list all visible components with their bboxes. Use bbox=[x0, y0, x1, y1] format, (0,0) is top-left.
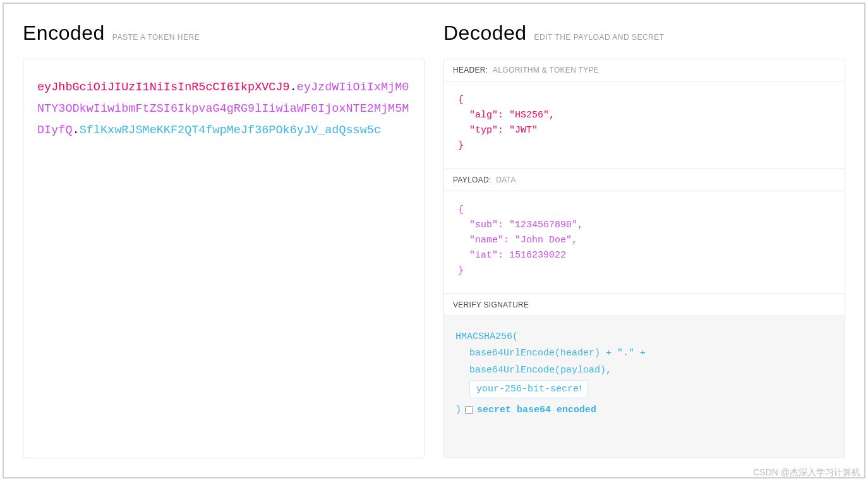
decoded-column: Decoded EDIT THE PAYLOAD AND SECRET HEAD… bbox=[443, 21, 845, 458]
signature-label: VERIFY SIGNATURE bbox=[453, 300, 529, 309]
secret-base64-label[interactable]: secret base64 encoded bbox=[477, 402, 596, 419]
token-header-segment: eyJhbGciOiJIUzI1NiIsInR5cCI6IkpXVCJ9 bbox=[37, 81, 290, 94]
sig-line-3: base64UrlEncode(payload), bbox=[455, 362, 833, 379]
jwt-debugger-frame: Encoded PASTE A TOKEN HERE eyJhbGciOiJIU… bbox=[3, 3, 865, 478]
token-dot: . bbox=[73, 124, 80, 137]
payload-panel-title: PAYLOAD: DATA bbox=[444, 169, 845, 191]
decoded-title-row: Decoded EDIT THE PAYLOAD AND SECRET bbox=[443, 21, 845, 45]
sig-close-paren: ) bbox=[455, 402, 461, 419]
signature-panel-body: HMACSHA256( base64UrlEncode(header) + ".… bbox=[444, 316, 845, 458]
sig-line-2: base64UrlEncode(header) + "." + bbox=[455, 345, 833, 362]
secret-input[interactable] bbox=[469, 380, 588, 398]
token-dot: . bbox=[290, 81, 297, 94]
header-json-editor[interactable]: { "alg": "HS256", "typ": "JWT" } bbox=[444, 81, 845, 169]
encoded-subtitle: PASTE A TOKEN HERE bbox=[112, 33, 200, 42]
payload-json-editor[interactable]: { "sub": "1234567890", "name": "John Doe… bbox=[444, 191, 845, 294]
payload-label: PAYLOAD: bbox=[453, 175, 491, 184]
secret-base64-checkbox[interactable] bbox=[465, 406, 473, 414]
signature-panel-title: VERIFY SIGNATURE bbox=[444, 294, 845, 316]
header-panel-title: HEADER: ALGORITHM & TOKEN TYPE bbox=[444, 59, 845, 81]
decoded-subtitle: EDIT THE PAYLOAD AND SECRET bbox=[534, 33, 665, 42]
token-signature-segment: SflKxwRJSMeKKF2QT4fwpMeJf36POk6yJV_adQss… bbox=[80, 124, 381, 137]
payload-sublabel: DATA bbox=[496, 175, 515, 184]
decoded-panels: HEADER: ALGORITHM & TOKEN TYPE { "alg": … bbox=[443, 59, 845, 458]
watermark: CSDN @杰深入学习计算机 bbox=[753, 467, 860, 478]
encoded-token-input[interactable]: eyJhbGciOiJIUzI1NiIsInR5cCI6IkpXVCJ9.eyJ… bbox=[23, 59, 425, 458]
encoded-column: Encoded PASTE A TOKEN HERE eyJhbGciOiJIU… bbox=[23, 21, 425, 458]
encoded-title: Encoded bbox=[23, 21, 105, 45]
decoded-title: Decoded bbox=[443, 21, 527, 45]
header-label: HEADER: bbox=[453, 66, 488, 74]
encoded-title-row: Encoded PASTE A TOKEN HERE bbox=[23, 21, 425, 45]
sig-line-1: HMACSHA256( bbox=[455, 329, 833, 345]
header-sublabel: ALGORITHM & TOKEN TYPE bbox=[493, 66, 599, 74]
